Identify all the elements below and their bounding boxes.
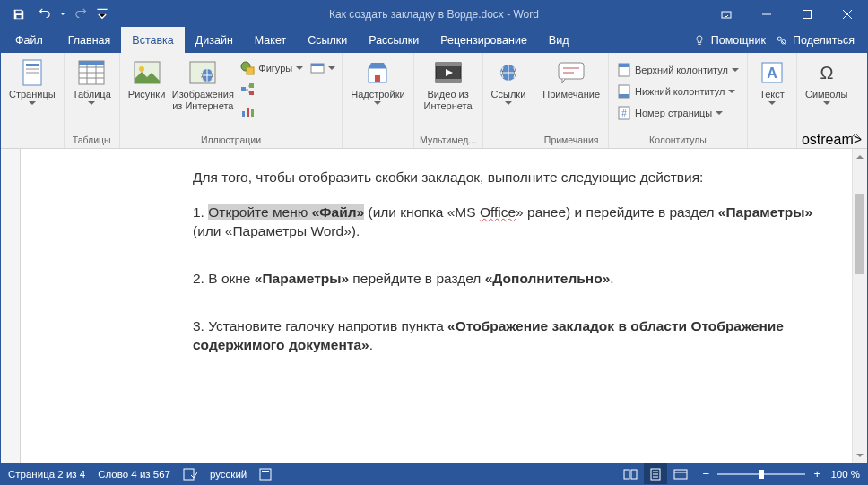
vertical-scrollbar[interactable] (852, 149, 867, 463)
comment-icon (557, 58, 586, 87)
scroll-up-button[interactable] (853, 149, 867, 164)
spellcheck-status[interactable] (183, 468, 197, 481)
svg-rect-40 (184, 469, 194, 480)
omega-icon: Ω (812, 58, 841, 87)
tab-mailings[interactable]: Рассылки (358, 27, 430, 53)
collapse-ribbon-button[interactable] (847, 128, 864, 144)
tab-design[interactable]: Дизайн (185, 27, 244, 53)
pictures-button[interactable]: Рисунки (125, 56, 169, 100)
online-pictures-button[interactable]: Изображения из Интернета (169, 56, 237, 112)
print-layout-button[interactable] (644, 463, 667, 484)
zoom-track[interactable] (717, 473, 805, 475)
comment-button[interactable]: Примечание (539, 56, 603, 100)
intro-paragraph: Для того, чтобы отобразить скобки заклад… (193, 169, 816, 187)
statusbar: Страница 2 из 4 Слово 4 из 567 русский −… (1, 463, 867, 484)
pages-button[interactable]: Страницы (5, 56, 59, 106)
close-button[interactable] (827, 1, 867, 27)
chart-button[interactable] (237, 100, 307, 122)
table-icon (77, 58, 106, 87)
ribbon: Страницы Таблица Таблицы Рисунки Изображ… (1, 53, 867, 149)
online-picture-icon (188, 58, 217, 87)
svg-rect-19 (242, 111, 245, 117)
tab-file[interactable]: Файл (1, 27, 57, 53)
ribbon-tabs: Файл Главная Вставка Дизайн Макет Ссылки… (1, 27, 867, 53)
svg-rect-43 (624, 470, 629, 479)
svg-rect-5 (26, 64, 39, 66)
share-button[interactable]: Поделиться (775, 34, 855, 47)
textbox-icon: A (758, 58, 786, 87)
svg-rect-6 (26, 68, 39, 70)
online-video-button[interactable]: Видео из Интернета (419, 56, 478, 112)
tab-references[interactable]: Ссылки (297, 27, 358, 53)
tab-review[interactable]: Рецензирование (430, 27, 538, 53)
tab-home[interactable]: Главная (57, 27, 122, 53)
zoom-thumb[interactable] (759, 470, 764, 479)
link-icon (494, 58, 523, 87)
word-count[interactable]: Слово 4 из 567 (98, 469, 170, 480)
links-button[interactable]: Ссылки (488, 56, 530, 106)
zoom-slider[interactable]: − + (699, 468, 823, 481)
macro-status[interactable] (259, 468, 272, 481)
ribbon-display-button[interactable] (706, 1, 746, 27)
page-icon (18, 58, 47, 87)
quick-access-toolbar (1, 4, 108, 25)
step-3: 3. Установите галочку напротив пункта «О… (193, 317, 816, 355)
page-canvas[interactable]: Для того, чтобы отобразить скобки заклад… (21, 149, 852, 463)
window-title: Как создать закладку в Ворде.docx - Word (329, 8, 539, 21)
svg-point-3 (781, 39, 785, 43)
zoom-in-button[interactable]: + (811, 468, 823, 481)
text-button[interactable]: A Текст (752, 56, 792, 106)
zoom-level[interactable]: 100 % (830, 469, 860, 480)
scroll-down-button[interactable] (853, 448, 867, 463)
save-button[interactable] (8, 4, 30, 25)
svg-point-11 (139, 66, 144, 72)
document-page[interactable]: Для того, чтобы отобразить скобки заклад… (21, 149, 852, 384)
spellcheck-wavy: Office (480, 204, 516, 220)
language-indicator[interactable]: русский (210, 469, 247, 480)
svg-rect-41 (260, 469, 271, 480)
tab-layout[interactable]: Макет (244, 27, 297, 53)
vertical-ruler[interactable] (1, 149, 21, 463)
tell-me-label: Помощник (711, 34, 766, 47)
smartart-button[interactable] (237, 79, 307, 100)
chart-icon (240, 104, 255, 118)
screenshot-button[interactable] (307, 57, 337, 79)
svg-rect-21 (251, 109, 254, 117)
maximize-button[interactable] (786, 1, 827, 27)
web-layout-button[interactable] (669, 463, 692, 484)
shapes-button[interactable]: Фигуры (237, 57, 307, 79)
step-1: 1. Откройте меню «Файл» (или кнопка «MS … (193, 204, 816, 241)
svg-rect-34 (619, 94, 629, 98)
footer-button[interactable]: Нижний колонтитул (613, 81, 742, 102)
symbols-button[interactable]: Ω Символы (802, 56, 852, 106)
table-button[interactable]: Таблица (69, 56, 115, 106)
addins-button[interactable]: Надстройки (347, 56, 408, 106)
svg-rect-44 (631, 470, 637, 479)
group-label-media: Мультимед... (419, 133, 478, 148)
scroll-thumb[interactable] (855, 194, 864, 274)
svg-rect-9 (79, 61, 104, 65)
page-indicator[interactable]: Страница 2 из 4 (8, 469, 85, 480)
tab-insert[interactable]: Вставка (121, 27, 184, 53)
group-label-headerfooter: Колонтитулы (613, 133, 742, 148)
redo-button[interactable] (71, 4, 92, 25)
svg-rect-17 (249, 83, 254, 88)
svg-rect-27 (436, 63, 461, 66)
share-label: Поделиться (793, 34, 855, 47)
zoom-out-button[interactable]: − (699, 468, 712, 481)
footer-icon (617, 84, 631, 99)
page-number-button[interactable]: # Номер страницы (613, 102, 742, 124)
svg-rect-15 (247, 67, 254, 74)
header-button[interactable]: Верхний колонтитул (613, 59, 742, 81)
tell-me-search[interactable]: Помощник (693, 34, 766, 47)
undo-more-button[interactable] (58, 13, 67, 16)
read-mode-button[interactable] (619, 463, 642, 484)
svg-rect-23 (311, 64, 324, 66)
tab-view[interactable]: Вид (538, 27, 580, 53)
window-controls (706, 1, 867, 27)
svg-rect-42 (262, 471, 269, 472)
qat-customize-button[interactable] (96, 4, 108, 25)
store-icon (363, 58, 392, 87)
minimize-button[interactable] (746, 1, 786, 27)
undo-button[interactable] (33, 4, 55, 25)
